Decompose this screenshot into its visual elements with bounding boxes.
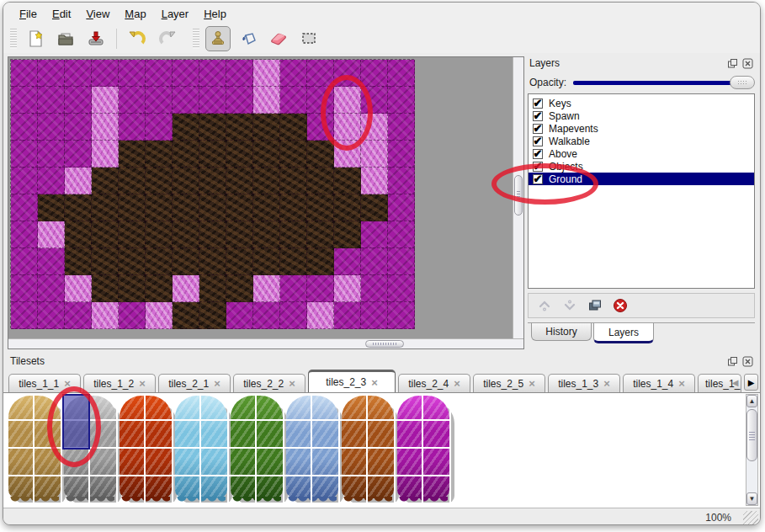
layer-row-objects[interactable]: ✔Objects: [529, 160, 754, 173]
map-tile[interactable]: [92, 168, 119, 194]
map-tile[interactable]: [11, 302, 38, 329]
map-tile[interactable]: [361, 141, 388, 168]
map-tile[interactable]: [361, 221, 388, 248]
map-tile[interactable]: [146, 302, 173, 329]
map-tile[interactable]: [280, 141, 307, 168]
duplicate-layer-button[interactable]: [584, 295, 606, 316]
float-panel-icon[interactable]: [726, 57, 738, 69]
tab-close-icon[interactable]: ×: [139, 377, 146, 390]
opacity-slider[interactable]: [573, 76, 753, 89]
map-tile[interactable]: [361, 168, 388, 194]
map-tile[interactable]: [334, 302, 361, 329]
map-tile[interactable]: [38, 141, 65, 168]
delete-layer-button[interactable]: [609, 295, 631, 316]
map-tile[interactable]: [253, 302, 280, 329]
map-tile[interactable]: [38, 60, 65, 87]
tileset-scrollbar[interactable]: ▲ ▼: [746, 394, 758, 506]
map-tile[interactable]: [334, 60, 361, 87]
map-tile[interactable]: [146, 275, 173, 302]
map-tile[interactable]: [280, 275, 307, 302]
map-tile[interactable]: [173, 302, 199, 329]
map-tile[interactable]: [65, 114, 92, 141]
map-tile[interactable]: [307, 275, 334, 302]
map-tile[interactable]: [65, 60, 92, 87]
opacity-slider-handle[interactable]: [730, 76, 755, 89]
map-tile[interactable]: [307, 168, 334, 194]
map-tile[interactable]: [38, 302, 65, 329]
map-tile[interactable]: [253, 87, 280, 114]
tab-close-icon[interactable]: ×: [371, 376, 378, 389]
map-tile[interactable]: [307, 87, 334, 114]
layer-visibility-checkbox[interactable]: ✔: [533, 174, 543, 184]
tileset-tab-tiles_2_5[interactable]: tiles_2_5×: [473, 374, 545, 392]
map-tile[interactable]: [146, 141, 173, 168]
map-tile[interactable]: [146, 60, 173, 87]
map-tile[interactable]: [388, 141, 415, 168]
tileset-tab-tiles_1_2[interactable]: tiles_1_2×: [83, 374, 156, 392]
tileset-tab-tiles_1_1[interactable]: tiles_1_1×: [8, 374, 81, 392]
map-tile[interactable]: [253, 114, 280, 141]
map-tile[interactable]: [334, 275, 361, 302]
map-tile[interactable]: [388, 194, 415, 221]
map-tile[interactable]: [38, 275, 65, 302]
map-tile[interactable]: [92, 114, 119, 141]
menu-file[interactable]: File: [12, 5, 45, 23]
layer-row-above[interactable]: ✔Above: [529, 147, 754, 160]
map-tile[interactable]: [199, 87, 226, 114]
map-tile[interactable]: [146, 114, 173, 141]
map-tile[interactable]: [307, 302, 334, 329]
tileset-tab-tiles_1_3[interactable]: tiles_1_3×: [548, 374, 620, 392]
map-tile[interactable]: [280, 114, 307, 141]
fill-tool-button[interactable]: [236, 26, 261, 51]
map-tile[interactable]: [38, 221, 65, 248]
map-tile[interactable]: [199, 141, 226, 168]
map-tile[interactable]: [119, 87, 146, 114]
map-tile[interactable]: [253, 141, 280, 168]
map-tile[interactable]: [11, 114, 38, 141]
map-tile[interactable]: [92, 275, 119, 302]
map-tile[interactable]: [146, 168, 173, 194]
menu-help[interactable]: Help: [196, 5, 234, 23]
map-tile[interactable]: [334, 87, 361, 114]
map-tile[interactable]: [280, 221, 307, 248]
map-tile[interactable]: [253, 248, 280, 275]
tile-column-vine-green[interactable]: [231, 396, 283, 498]
map-canvas[interactable]: [10, 59, 414, 328]
tileset-tab-tiles_2_2[interactable]: tiles_2_2×: [233, 374, 305, 392]
map-tile[interactable]: [388, 275, 415, 302]
map-tile[interactable]: [226, 221, 253, 248]
map-tile[interactable]: [199, 275, 226, 302]
map-tile[interactable]: [119, 221, 146, 248]
undo-button[interactable]: [125, 26, 150, 51]
tab-history[interactable]: History: [531, 323, 592, 341]
scroll-tabs-right-button[interactable]: ▶: [744, 374, 758, 391]
tile-column-lava-red[interactable]: [120, 396, 172, 498]
scroll-up-button[interactable]: ▲: [746, 395, 757, 407]
map-tile[interactable]: [173, 194, 199, 221]
map-tile[interactable]: [92, 87, 119, 114]
scroll-tabs-left-button[interactable]: ◀: [728, 374, 742, 391]
map-tile[interactable]: [11, 87, 38, 114]
scroll-down-button[interactable]: ▼: [746, 492, 757, 505]
tile-column-magenta-web[interactable]: [397, 396, 449, 498]
map-tile[interactable]: [11, 248, 38, 275]
map-tile[interactable]: [388, 114, 415, 141]
map-tile[interactable]: [11, 275, 38, 302]
map-tile[interactable]: [92, 60, 119, 87]
tab-close-icon[interactable]: ×: [454, 377, 460, 390]
map-tile[interactable]: [11, 194, 38, 221]
map-tile[interactable]: [146, 248, 173, 275]
map-tile[interactable]: [280, 248, 307, 275]
map-tile[interactable]: [11, 141, 38, 168]
map-tile[interactable]: [92, 221, 119, 248]
map-tile[interactable]: [334, 168, 361, 194]
tileset-tab-tiles_2_1[interactable]: tiles_2_1×: [158, 374, 231, 392]
layer-visibility-checkbox[interactable]: ✔: [533, 149, 543, 159]
tileset-tab-tiles_1_4[interactable]: tiles_1_4×: [623, 374, 695, 392]
tile-column-ice-cyan[interactable]: [175, 396, 227, 498]
map-tile[interactable]: [199, 221, 226, 248]
float-tilesets-icon[interactable]: [726, 355, 738, 367]
map-tile[interactable]: [173, 248, 199, 275]
map-tile[interactable]: [307, 221, 334, 248]
map-tile[interactable]: [334, 248, 361, 275]
